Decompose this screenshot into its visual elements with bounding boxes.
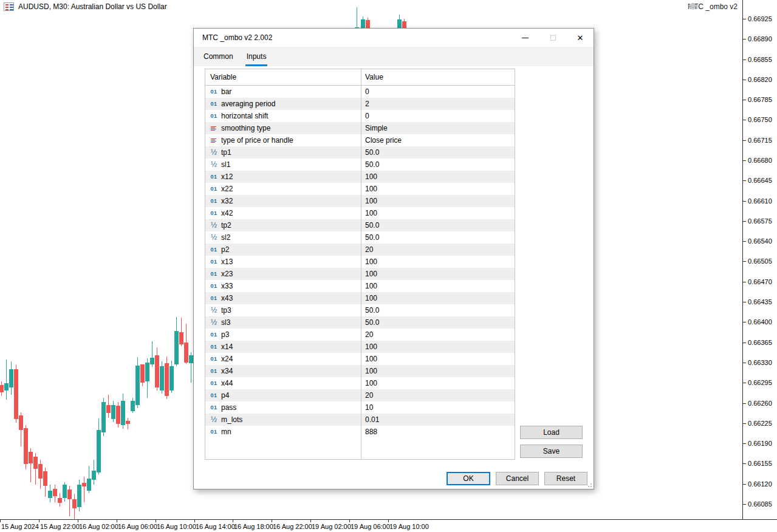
- param-value[interactable]: 0.01: [361, 415, 515, 424]
- param-name: averaging period: [221, 100, 275, 108]
- param-value[interactable]: 50.0: [361, 221, 515, 230]
- price-axis[interactable]: 0.669250.668900.668550.668200.667850.667…: [742, 0, 777, 519]
- table-row[interactable]: 01x24100: [205, 353, 515, 365]
- table-row[interactable]: 01x12100: [205, 171, 515, 183]
- param-value[interactable]: 50.0: [361, 318, 515, 327]
- maximize-icon: [550, 35, 556, 41]
- param-value[interactable]: 100: [361, 172, 515, 181]
- table-row[interactable]: 01x43100: [205, 292, 515, 304]
- table-row[interactable]: ½tp150.0: [205, 146, 515, 159]
- dialog-titlebar[interactable]: MTC _ombo v2 2.002 ✕: [194, 29, 594, 47]
- table-row[interactable]: 01x13100: [205, 256, 515, 268]
- time-axis[interactable]: 15 Aug 202415 Aug 22:0016 Aug 02:0016 Au…: [0, 519, 777, 532]
- table-row[interactable]: 01x44100: [205, 377, 515, 389]
- table-row[interactable]: ½m_lots0.01: [205, 414, 515, 426]
- table-row[interactable]: 01p320: [205, 329, 515, 341]
- table-row[interactable]: ½tp250.0: [205, 219, 515, 231]
- load-button[interactable]: Load: [520, 426, 583, 439]
- param-value[interactable]: 888: [361, 428, 515, 436]
- param-value[interactable]: 100: [361, 257, 515, 266]
- tab-common[interactable]: Common: [202, 50, 234, 66]
- param-name: x33: [221, 282, 233, 290]
- table-row[interactable]: 01bar0: [205, 86, 515, 98]
- param-value[interactable]: 50.0: [361, 233, 515, 242]
- param-name-cell: 01x22: [205, 185, 361, 193]
- table-row[interactable]: 01p420: [205, 389, 515, 401]
- resize-grip[interactable]: [587, 482, 592, 487]
- reset-button[interactable]: Reset: [544, 472, 587, 485]
- time-label: 16 Aug 06:00: [118, 523, 157, 530]
- param-value[interactable]: 50.0: [361, 160, 515, 169]
- table-row[interactable]: 01x42100: [205, 207, 515, 219]
- param-name-cell: 01p4: [205, 391, 361, 400]
- param-name: sl3: [221, 318, 230, 327]
- double-type-icon: ½: [209, 415, 219, 424]
- table-row[interactable]: 01x33100: [205, 280, 515, 292]
- price-label: 0.66785: [743, 97, 772, 103]
- param-value[interactable]: 100: [361, 294, 515, 302]
- param-value[interactable]: 0: [361, 87, 515, 96]
- tab-inputs[interactable]: Inputs: [245, 50, 268, 66]
- indicator-inputs-dialog: MTC _ombo v2 2.002 ✕ Common Inputs Varia…: [193, 28, 594, 489]
- table-row[interactable]: 01x23100: [205, 268, 515, 280]
- table-row[interactable]: 01mn888: [205, 426, 515, 438]
- param-value[interactable]: 50.0: [361, 148, 515, 157]
- table-row[interactable]: ½sl250.0: [205, 231, 515, 244]
- param-value[interactable]: 100: [361, 270, 515, 278]
- param-value[interactable]: 100: [361, 197, 515, 205]
- table-row[interactable]: ½sl350.0: [205, 316, 515, 329]
- param-name-cell: smoothing type: [205, 124, 361, 132]
- param-value[interactable]: 100: [361, 185, 515, 193]
- minimize-icon: [522, 38, 529, 38]
- price-label: 0.66435: [743, 299, 772, 305]
- double-type-icon: ½: [209, 221, 219, 230]
- time-label: 15 Aug 2024: [1, 523, 39, 530]
- integer-type-icon: 01: [209, 174, 219, 180]
- table-row[interactable]: 01pass10: [205, 401, 515, 414]
- param-value[interactable]: 100: [361, 367, 515, 375]
- table-row[interactable]: 01x22100: [205, 183, 515, 195]
- param-value[interactable]: 20: [361, 391, 515, 400]
- param-name: x43: [221, 294, 233, 302]
- table-row[interactable]: 01p220: [205, 244, 515, 256]
- param-name-cell: 01bar: [205, 87, 361, 96]
- enum-type-icon: [209, 126, 219, 131]
- close-button[interactable]: ✕: [570, 29, 590, 47]
- param-value[interactable]: 100: [361, 379, 515, 387]
- table-row[interactable]: 01x14100: [205, 341, 515, 353]
- integer-type-icon: 01: [209, 295, 219, 301]
- param-value[interactable]: 20: [361, 245, 515, 254]
- param-value[interactable]: 100: [361, 343, 515, 351]
- table-row[interactable]: 01averaging period2: [205, 98, 515, 110]
- save-button[interactable]: Save: [520, 445, 583, 458]
- param-value[interactable]: 50.0: [361, 306, 515, 315]
- param-name: x22: [221, 185, 233, 193]
- table-row[interactable]: 01horizontal shift0: [205, 110, 515, 122]
- param-value[interactable]: Simple: [361, 124, 515, 132]
- table-row[interactable]: ½sl150.0: [205, 159, 515, 171]
- integer-type-icon: 01: [209, 283, 219, 289]
- table-row[interactable]: 01x32100: [205, 195, 515, 207]
- ok-button[interactable]: OK: [447, 472, 490, 485]
- cancel-button[interactable]: Cancel: [496, 472, 539, 485]
- param-value[interactable]: 20: [361, 330, 515, 339]
- param-value[interactable]: 100: [361, 355, 515, 363]
- param-value[interactable]: 0: [361, 112, 515, 120]
- table-row[interactable]: 01x34100: [205, 365, 515, 377]
- param-value[interactable]: 100: [361, 282, 515, 290]
- integer-type-icon: 01: [209, 113, 219, 119]
- table-row[interactable]: smoothing typeSimple: [205, 122, 515, 134]
- table-row[interactable]: type of price or handleClose price: [205, 134, 515, 146]
- maximize-button[interactable]: [543, 29, 563, 47]
- table-row[interactable]: ½tp350.0: [205, 304, 515, 316]
- param-value[interactable]: 100: [361, 209, 515, 217]
- param-value[interactable]: 2: [361, 100, 515, 108]
- price-label: 0.66155: [743, 460, 772, 467]
- param-name: sl1: [221, 160, 230, 169]
- param-name: p2: [221, 245, 229, 254]
- price-label: 0.66855: [743, 56, 772, 63]
- param-value[interactable]: Close price: [361, 136, 515, 145]
- param-name-cell: 01x32: [205, 197, 361, 205]
- minimize-button[interactable]: [515, 29, 535, 47]
- param-value[interactable]: 10: [361, 403, 515, 412]
